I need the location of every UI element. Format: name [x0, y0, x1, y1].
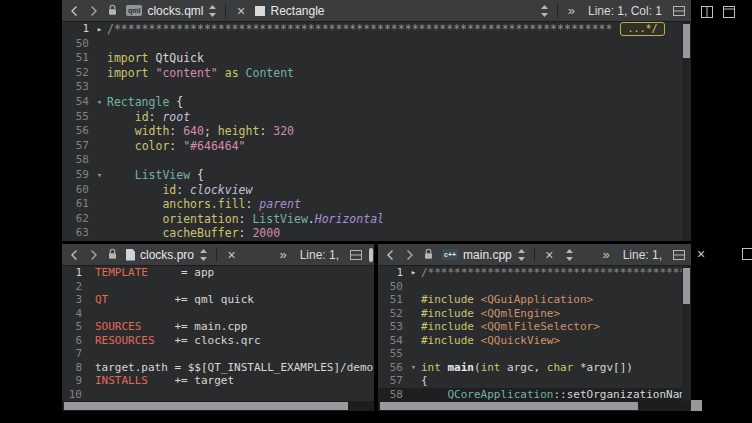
scrollbar-thumb[interactable] [64, 402, 348, 410]
separator [216, 247, 217, 262]
line-number: 50 [62, 37, 92, 52]
combo-arrows-icon [208, 4, 217, 18]
code-editor-pro[interactable]: 1TEMPLATE = app23QT += qml quick45SOURCE… [62, 266, 374, 401]
forward-button[interactable] [85, 246, 102, 264]
folded-code-badge[interactable]: ...*/ [620, 22, 664, 36]
back-button[interactable] [382, 246, 399, 264]
lock-icon[interactable] [104, 2, 121, 20]
code-line[interactable]: 55 [378, 347, 691, 361]
back-button[interactable] [66, 2, 83, 20]
vertical-scrollbar[interactable] [682, 22, 691, 241]
code-line[interactable]: 52import "content" as Content [62, 66, 691, 81]
code-line[interactable]: 52#include <QQmlEngine> [378, 307, 691, 321]
file-name: clocks.qml [147, 4, 203, 18]
code-line[interactable]: 54▾Rectangle { [62, 95, 691, 110]
lock-icon[interactable] [420, 246, 437, 264]
code-text: SOURCES += main.cpp [95, 320, 374, 334]
code-line[interactable]: 5SOURCES += main.cpp [62, 320, 374, 334]
line-number: 56 [62, 124, 92, 139]
code-line[interactable]: 55 id: root [62, 110, 691, 125]
vertical-scrollbar[interactable] [682, 266, 691, 401]
code-line[interactable]: 1▸/*************************************… [378, 266, 691, 280]
code-text: cacheBuffer: 2000 [107, 226, 691, 241]
code-line[interactable]: 53#include <QQmlFileSelector> [378, 320, 691, 334]
code-line[interactable]: 57 color: "#646464" [62, 139, 691, 154]
code-editor-qml[interactable]: 1▸/*************************************… [62, 22, 691, 241]
horizontal-scrollbar[interactable] [62, 401, 374, 411]
overflow-button[interactable]: » [598, 246, 615, 264]
forward-button[interactable] [85, 2, 102, 20]
code-line[interactable]: 2 [62, 280, 374, 294]
maximize-icon[interactable] [721, 4, 736, 19]
cursor-position[interactable]: Line: 1, [300, 248, 339, 262]
close-document-button[interactable]: × [223, 246, 240, 264]
scrollbar-thumb[interactable] [380, 402, 638, 410]
horizontal-scrollbar[interactable] [378, 401, 691, 411]
code-line[interactable]: 9INSTALLS += target [62, 374, 374, 388]
fold-closed-icon[interactable]: ▸ [92, 22, 107, 37]
editor-pane-bottom-right: c++ main.cpp × » Line: 1, 1▸/***********… [378, 244, 691, 411]
code-line[interactable]: 59▾ ListView { [62, 168, 691, 183]
code-line[interactable]: 51import QtQuick [62, 51, 691, 66]
code-line[interactable]: 56▾int main(int argc, char *argv[]) [378, 361, 691, 375]
fold-closed-icon[interactable]: ▸ [406, 266, 421, 280]
code-line[interactable]: 56 width: 640; height: 320 [62, 124, 691, 139]
split-icon[interactable] [699, 4, 714, 19]
back-button[interactable] [66, 246, 83, 264]
scrollbar-thumb[interactable] [683, 268, 690, 304]
close-split-icon[interactable]: × [694, 247, 708, 261]
symbol-dropdown[interactable] [561, 246, 578, 264]
split-button[interactable] [347, 246, 364, 264]
symbol-dropdown[interactable]: Rectangle [252, 1, 551, 21]
close-document-button[interactable]: × [541, 246, 558, 264]
line-number: 52 [378, 307, 406, 321]
fold-open-icon[interactable]: ▾ [92, 168, 107, 183]
code-line[interactable]: 54#include <QQuickView> [378, 334, 691, 348]
line-number: 60 [62, 183, 92, 198]
code-editor-cpp[interactable]: 1▸/*************************************… [378, 266, 691, 401]
code-line[interactable]: 58 [62, 153, 691, 168]
code-line[interactable]: 8target.path = $$[QT_INSTALL_EXAMPLES]/d… [62, 361, 374, 375]
split-button[interactable] [670, 2, 687, 20]
qml-file-icon: qml [126, 5, 142, 16]
code-line[interactable]: 58 QCoreApplication::setOrganizationNam [378, 388, 691, 402]
document-dropdown[interactable]: clocks.pro [123, 245, 211, 265]
forward-button[interactable] [401, 246, 418, 264]
code-line[interactable]: 63 cacheBuffer: 2000 [62, 226, 691, 241]
document-dropdown[interactable]: qml clocks.qml [123, 1, 220, 21]
cursor-position[interactable]: Line: 1, Col: 1 [588, 4, 662, 18]
code-line[interactable]: 57{ [378, 374, 691, 388]
code-line[interactable]: 7 [62, 347, 374, 361]
scrollbar-thumb[interactable] [683, 24, 690, 58]
split-button[interactable] [670, 246, 687, 264]
close-document-button[interactable]: × [232, 2, 249, 20]
overflow-button[interactable]: » [275, 246, 292, 264]
scrollbar-corner [691, 400, 702, 411]
code-line[interactable]: 10 [62, 388, 374, 402]
code-line[interactable]: 1▸/*************************************… [62, 22, 691, 37]
editor-toolbar-bottom-left: clocks.pro × » Line: 1, [62, 244, 374, 266]
document-dropdown[interactable]: c++ main.cpp [439, 245, 529, 265]
line-number: 56 [378, 361, 406, 375]
line-number: 61 [62, 197, 92, 212]
code-text: color: "#646464" [107, 139, 691, 154]
fold-open-icon[interactable]: ▾ [92, 95, 107, 110]
cursor-position[interactable]: Line: 1, [623, 248, 662, 262]
code-line[interactable]: 6RESOURCES += clocks.qrc [62, 334, 374, 348]
code-line[interactable]: 61 anchors.fill: parent [62, 197, 691, 212]
fold-open-icon[interactable]: ▾ [406, 361, 421, 375]
code-line[interactable]: 3QT += qml quick [62, 293, 374, 307]
close-split-icon[interactable] [369, 248, 373, 262]
partial-window-icon[interactable] [741, 247, 752, 261]
lock-icon[interactable] [104, 246, 121, 264]
code-line[interactable]: 50 [378, 280, 691, 294]
code-line[interactable]: 53 [62, 80, 691, 95]
code-line[interactable]: 50 [62, 37, 691, 52]
code-line[interactable]: 51#include <QGuiApplication> [378, 293, 691, 307]
code-line[interactable]: 4 [62, 307, 374, 321]
overflow-button[interactable]: » [563, 2, 580, 20]
code-line[interactable]: 1TEMPLATE = app [62, 266, 374, 280]
code-line[interactable]: 62 orientation: ListView.Horizontal [62, 212, 691, 227]
separator [534, 247, 535, 262]
code-line[interactable]: 60 id: clockview [62, 183, 691, 198]
